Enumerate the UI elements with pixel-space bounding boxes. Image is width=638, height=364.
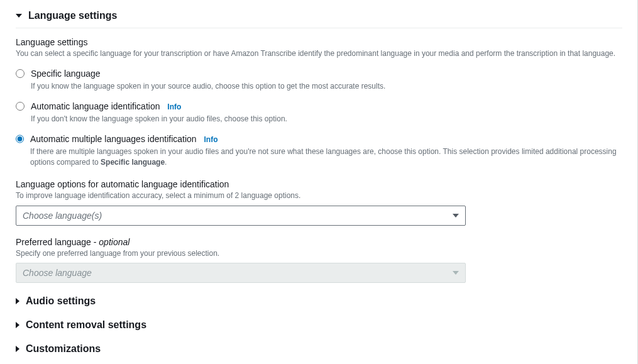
- radio-description: If you know the language spoken in your …: [31, 81, 385, 92]
- language-settings-subheading: Language settings: [16, 37, 622, 47]
- radio-automatic-multiple-identification[interactable]: Automatic multiple languages identificat…: [16, 133, 622, 168]
- info-link[interactable]: Info: [167, 102, 181, 111]
- radio-label: Automatic multiple languages identificat…: [30, 133, 622, 145]
- preferred-language-help: Specify one preferred language from your…: [16, 248, 622, 259]
- radio-input-auto[interactable]: [16, 102, 25, 111]
- preferred-language-label: Preferred language - optional: [16, 237, 622, 247]
- caret-right-icon: [16, 322, 19, 328]
- caret-right-icon: [16, 346, 19, 352]
- desc-bold: Specific language: [101, 158, 165, 167]
- audio-settings-header[interactable]: Audio settings: [16, 289, 622, 313]
- preferred-language-select: Choose language: [16, 263, 466, 283]
- radio-label: Automatic language identification Info: [31, 101, 287, 113]
- select-placeholder: Choose language(s): [23, 211, 102, 221]
- content-removal-settings-header[interactable]: Content removal settings: [16, 313, 622, 337]
- select-placeholder: Choose language: [23, 268, 92, 278]
- section-title: Audio settings: [26, 295, 96, 307]
- info-link[interactable]: Info: [204, 135, 218, 144]
- language-settings-description: You can select a specific language for y…: [16, 48, 622, 59]
- caret-down-icon: [16, 14, 22, 18]
- radio-specific-language[interactable]: Specific language If you know the langua…: [16, 68, 622, 92]
- customizations-header[interactable]: Customizations: [16, 337, 622, 361]
- radio-input-specific[interactable]: [16, 69, 25, 78]
- radio-label-text: Automatic language identification: [31, 101, 160, 111]
- label-optional: optional: [99, 237, 129, 247]
- language-options-help: To improve language identification accur…: [16, 190, 622, 201]
- language-mode-radio-group: Specific language If you know the langua…: [16, 68, 622, 168]
- section-title: Language settings: [28, 10, 117, 21]
- label-text: Preferred language -: [16, 237, 99, 247]
- section-title: Content removal settings: [26, 319, 146, 331]
- desc-suffix: .: [165, 158, 167, 167]
- radio-label: Specific language: [31, 68, 385, 79]
- radio-input-auto-multi[interactable]: [16, 135, 24, 143]
- chevron-down-icon: [453, 271, 459, 275]
- language-options-label: Language options for automatic language …: [16, 179, 622, 189]
- chevron-down-icon: [453, 214, 459, 218]
- language-settings-header[interactable]: Language settings: [16, 1, 622, 28]
- radio-automatic-identification[interactable]: Automatic language identification Info I…: [16, 101, 622, 124]
- radio-label-text: Automatic multiple languages identificat…: [30, 134, 197, 144]
- caret-right-icon: [16, 298, 19, 304]
- language-options-select[interactable]: Choose language(s): [16, 206, 466, 226]
- section-title: Customizations: [26, 343, 101, 355]
- radio-description: If you don't know the language spoken in…: [31, 114, 287, 124]
- radio-description: If there are multiple languages spoken i…: [30, 146, 622, 168]
